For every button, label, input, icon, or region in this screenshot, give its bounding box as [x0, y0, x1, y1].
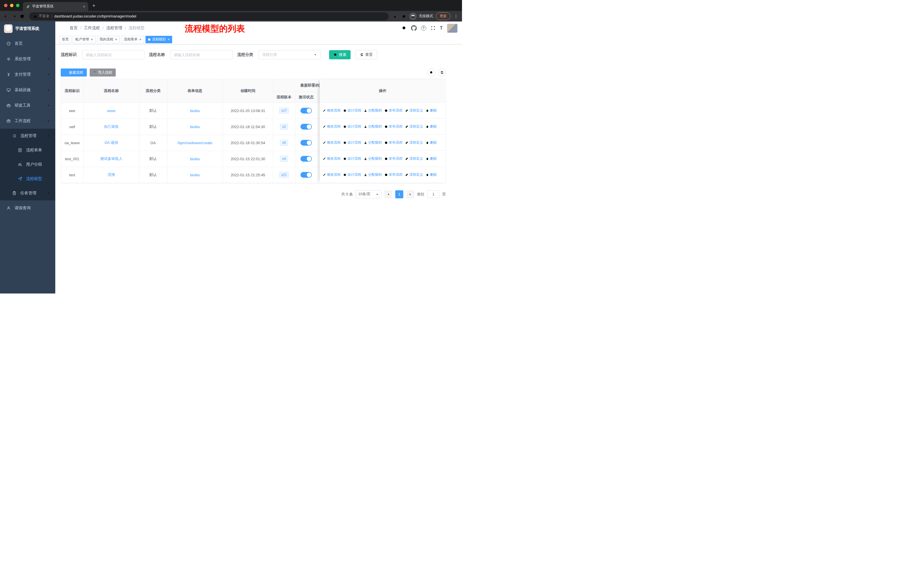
close-icon[interactable]: × [115, 38, 117, 41]
goto-page-input[interactable] [427, 190, 439, 198]
browser-menu-icon[interactable] [454, 14, 459, 19]
op-assign-rule[interactable]: 分配规则 [364, 140, 382, 145]
op-delete[interactable]: 删除 [426, 108, 437, 113]
op-publish-process[interactable]: 发布流程 [384, 172, 403, 177]
op-edit-process[interactable]: 修改流程 [322, 172, 341, 177]
op-process-definition[interactable]: 流程定义 [405, 124, 423, 129]
sidebar-item-home[interactable]: 首页 [0, 36, 55, 51]
op-delete[interactable]: 删除 [426, 124, 437, 129]
op-design-process[interactable]: 设计流程 [343, 140, 361, 145]
page-number[interactable]: 1 [395, 190, 403, 198]
maximize-window-button[interactable] [16, 4, 20, 7]
tab-close-icon[interactable]: × [83, 4, 85, 8]
app-logo[interactable]: 芋道管理系统 [0, 21, 55, 36]
sidebar-item-devtools[interactable]: 研发工具 [0, 98, 55, 113]
reload-icon[interactable] [20, 14, 25, 19]
tag-process-model[interactable]: 流程模型 × [145, 36, 172, 43]
op-delete[interactable]: 删除 [426, 172, 437, 177]
op-publish-process[interactable]: 发布流程 [384, 156, 403, 161]
op-delete[interactable]: 删除 [426, 156, 437, 161]
op-design-process[interactable]: 设计流程 [343, 108, 361, 113]
op-assign-rule[interactable]: 分配规则 [364, 124, 382, 129]
close-window-button[interactable] [4, 4, 7, 7]
form-info-link[interactable]: biubiu [190, 157, 200, 161]
op-process-definition[interactable]: 流程定义 [405, 156, 423, 161]
sidebar-item-system[interactable]: 系统管理 [0, 51, 55, 67]
close-icon[interactable]: × [168, 38, 170, 41]
process-name-link[interactable]: 自己审批 [104, 124, 119, 129]
breadcrumb-home[interactable]: 首页 [69, 25, 78, 31]
sidebar-item-infrastructure[interactable]: 基础设施 [0, 82, 55, 98]
tag-home[interactable]: 首页 [59, 36, 71, 43]
form-info-link[interactable]: biubiu [190, 125, 200, 129]
create-process-button[interactable]: 新建流程 [61, 68, 87, 76]
op-edit-process[interactable]: 修改流程 [322, 140, 341, 145]
sidebar-item-leave-query[interactable]: 请假查询 [0, 200, 55, 216]
new-tab-button[interactable]: + [92, 3, 96, 9]
sidebar-item-process-model[interactable]: 流程模型 [0, 172, 55, 186]
category-select[interactable]: 流程分类 [258, 50, 321, 60]
sidebar-item-process-form[interactable]: 流程表单 [0, 143, 55, 157]
active-toggle[interactable] [300, 172, 312, 178]
form-info-link[interactable]: biubiu [190, 109, 200, 113]
avatar[interactable] [447, 24, 457, 33]
update-button[interactable]: 更新 [436, 12, 450, 20]
hamburger-icon[interactable] [60, 25, 66, 31]
active-toggle[interactable] [300, 140, 312, 146]
bookmark-star-icon[interactable] [401, 14, 406, 19]
profile-chip[interactable]: 无痕模式 [409, 13, 433, 20]
op-assign-rule[interactable]: 分配规则 [364, 108, 382, 113]
refresh-table-button[interactable] [438, 68, 446, 76]
tag-my-process[interactable]: 我的流程 × [97, 36, 120, 43]
toggle-search-button[interactable] [427, 68, 436, 76]
tag-process-form[interactable]: 流程表单 × [121, 36, 144, 43]
process-key-input[interactable] [82, 50, 144, 60]
op-edit-process[interactable]: 修改流程 [322, 156, 341, 161]
address-bar[interactable]: 不安全 dashboard.yudao.iocoder.cn/bpm/manag… [29, 12, 389, 20]
fullscreen-icon[interactable] [431, 25, 436, 31]
op-process-definition[interactable]: 流程定义 [405, 172, 423, 177]
op-assign-rule[interactable]: 分配规则 [364, 172, 382, 177]
breadcrumb-process-management[interactable]: 流程管理 [106, 25, 122, 31]
active-toggle[interactable] [300, 124, 312, 129]
page-size-select[interactable]: 10条/页 [356, 190, 381, 198]
browser-tab[interactable]: 芋道管理系统 × [23, 2, 88, 11]
form-info-link[interactable]: /bpm/oa/leave/create [178, 141, 212, 145]
close-icon[interactable]: × [139, 38, 142, 41]
op-publish-process[interactable]: 发布流程 [384, 124, 403, 129]
search-icon[interactable] [402, 25, 407, 31]
process-name-link[interactable]: eeee [107, 109, 116, 113]
search-button[interactable]: 搜索 [329, 50, 351, 60]
forward-icon[interactable] [12, 14, 16, 19]
process-name-link[interactable]: 滔博 [108, 172, 115, 177]
import-process-button[interactable]: 导入流程 [90, 68, 116, 76]
close-icon[interactable]: × [91, 38, 93, 41]
github-icon[interactable] [411, 25, 417, 31]
back-icon[interactable] [3, 14, 8, 19]
tag-tenant[interactable]: 租户管理 × [73, 36, 96, 43]
op-design-process[interactable]: 设计流程 [343, 124, 361, 129]
op-process-definition[interactable]: 流程定义 [405, 108, 423, 113]
process-name-link[interactable]: 测试多审批人 [100, 157, 122, 161]
sidebar-item-user-group[interactable]: 用户分组 [0, 157, 55, 172]
op-publish-process[interactable]: 发布流程 [384, 108, 403, 113]
op-edit-process[interactable]: 修改流程 [322, 108, 341, 113]
op-publish-process[interactable]: 发布流程 [384, 140, 403, 145]
prev-page-button[interactable] [384, 190, 393, 198]
sidebar-item-payment[interactable]: 支付管理 [0, 67, 55, 82]
active-toggle[interactable] [300, 108, 312, 114]
process-name-link[interactable]: OA 请假 [104, 141, 118, 145]
key-icon[interactable] [393, 14, 398, 19]
op-process-definition[interactable]: 流程定义 [405, 140, 423, 145]
active-toggle[interactable] [300, 156, 312, 162]
form-info-link[interactable]: biubiu [190, 173, 200, 177]
font-size-icon[interactable]: T [440, 25, 443, 31]
breadcrumb-workflow[interactable]: 工作流程 [84, 25, 100, 31]
sidebar-item-workflow[interactable]: 工作流程 [0, 113, 55, 129]
op-assign-rule[interactable]: 分配规则 [364, 156, 382, 161]
reset-button[interactable]: 重置 [355, 50, 377, 60]
help-icon[interactable]: ? [421, 25, 426, 31]
op-delete[interactable]: 删除 [426, 140, 437, 145]
sidebar-item-process-management[interactable]: 流程管理 [0, 129, 55, 143]
op-design-process[interactable]: 设计流程 [343, 156, 361, 161]
